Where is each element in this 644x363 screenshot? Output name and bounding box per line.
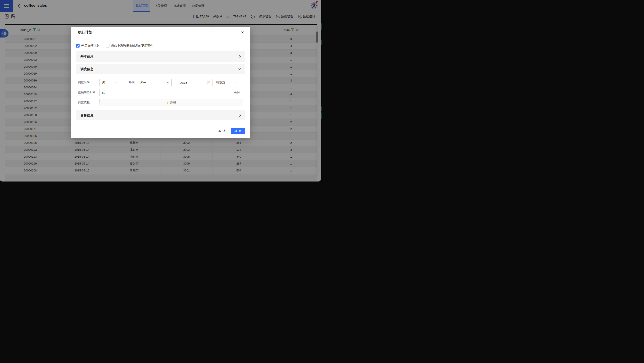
chevron-right-icon [239, 55, 241, 58]
time-picker[interactable]: 00:15 [177, 79, 212, 86]
enable-plan-checkbox[interactable]: 开启执行计划 [76, 44, 99, 48]
chevron-down-icon [167, 82, 170, 83]
chevron-down-icon [238, 68, 241, 70]
add-dependency-button[interactable]: + 添加 [100, 99, 243, 106]
ignore-upstream-checkbox[interactable]: 忽略上游数据集触发的更新事件 [106, 44, 153, 48]
every-week-label: 每周 [129, 81, 134, 85]
minutes-label: 分钟 [234, 91, 240, 95]
chevron-right-icon [239, 114, 241, 117]
pre-dependency-label: 前置依赖 [76, 100, 100, 104]
frequency-select[interactable]: 周 [100, 79, 119, 86]
section-basic-info[interactable]: 基本信息 [76, 51, 245, 62]
schedule-time-label: 调度时间 [76, 81, 100, 85]
wait-time-input[interactable] [100, 89, 231, 96]
section-schedule-info[interactable]: 调度信息 [76, 64, 245, 74]
update-suffix-label: 时更新 [216, 81, 225, 85]
plus-icon: + [167, 101, 169, 104]
close-icon[interactable]: ✕ [241, 31, 244, 34]
chevron-down-icon [114, 82, 117, 83]
checkbox-checked-icon [76, 44, 80, 47]
checkbox-unchecked-icon [106, 44, 110, 47]
add-schedule-button[interactable]: + [236, 81, 238, 85]
wait-time-label: 依赖等待时间 [76, 91, 100, 95]
dialog-title: 执行计划 [78, 30, 92, 35]
weekday-select[interactable]: 周一 [138, 79, 172, 86]
section-alert-info[interactable]: 告警信息 [76, 110, 245, 120]
execution-plan-dialog: 执行计划 ✕ 开启执行计划 忽略上游数据集触发的更新事件 基本信息 调度信息 [71, 27, 250, 138]
ok-button[interactable]: 确 定 [231, 128, 245, 134]
clock-icon [207, 81, 210, 84]
cancel-button[interactable]: 取 消 [215, 128, 229, 134]
